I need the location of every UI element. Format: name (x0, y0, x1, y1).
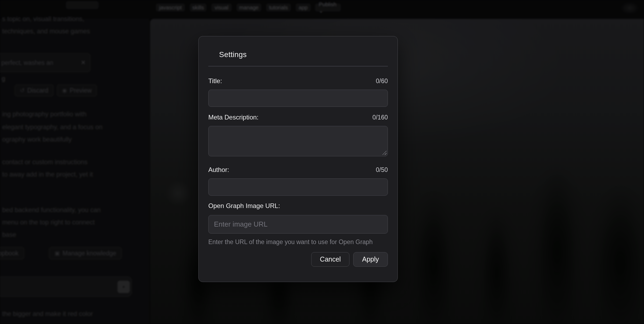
meta-description-label: Meta Description: (208, 114, 259, 121)
og-image-url-label: Open Graph Image URL: (208, 202, 280, 210)
meta-description-textarea[interactable] (208, 126, 388, 156)
settings-dialog: Settings Title: 0/60 Meta Description: 0… (198, 36, 398, 282)
author-label: Author: (208, 166, 229, 174)
cancel-button[interactable]: Cancel (311, 252, 349, 267)
title-input[interactable] (208, 90, 388, 107)
author-input[interactable] (208, 178, 388, 196)
og-image-url-input[interactable] (208, 215, 388, 234)
author-counter: 0/50 (376, 166, 388, 174)
apply-button[interactable]: Apply (353, 252, 388, 267)
dialog-title: Settings (219, 50, 388, 59)
title-counter: 0/60 (376, 78, 388, 85)
og-image-url-helper: Enter the URL of the image you want to u… (208, 238, 388, 246)
dialog-divider (208, 66, 388, 66)
meta-description-counter: 0/160 (372, 114, 388, 121)
screen: javascript skills visual manage tutorial… (0, 0, 644, 324)
title-label: Title: (208, 77, 222, 85)
